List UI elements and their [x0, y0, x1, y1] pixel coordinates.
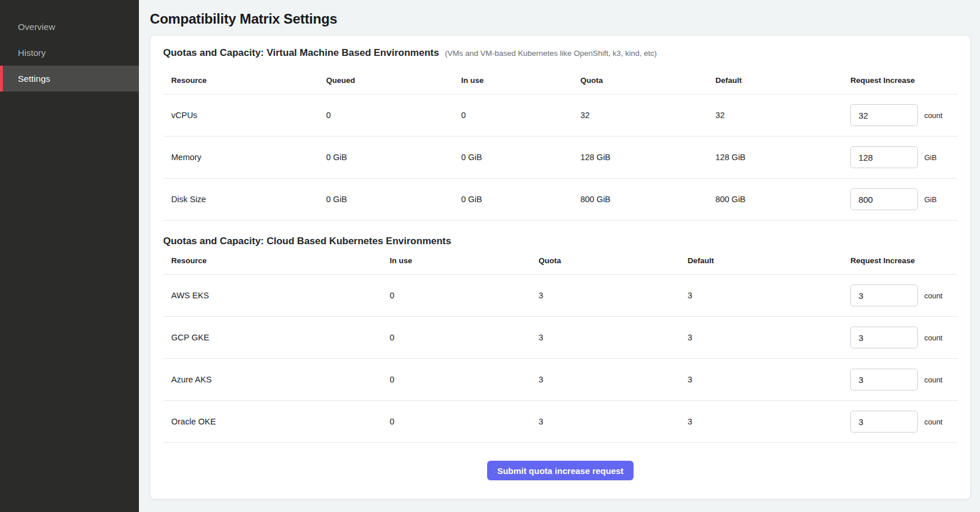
value-cell: 128 GiB — [707, 136, 842, 179]
request-increase-wrap: GiB — [850, 146, 949, 168]
request-increase-wrap: count — [850, 285, 949, 306]
table-header-row: ResourceIn useQuotaDefaultRequest Increa… — [163, 247, 958, 275]
request-increase-cell: GiB — [842, 179, 958, 221]
section-header: Quotas and Capacity: Cloud Based Kuberne… — [163, 236, 958, 247]
page-title: Compatibility Matrix Settings — [150, 11, 971, 27]
request-increase-input[interactable] — [850, 146, 918, 168]
request-increase-input[interactable] — [850, 369, 918, 390]
column-header-in-use: In use — [382, 247, 530, 275]
main-area: Compatibility Matrix Settings Quotas and… — [139, 0, 980, 512]
value-cell: 0 GiB — [318, 179, 453, 221]
table-row: Memory0 GiB0 GiB128 GiB128 GiBGiB — [163, 136, 958, 179]
submit-quota-increase-button[interactable]: Submit quota increase request — [487, 461, 633, 480]
resource-cell: Oracle OKE — [163, 401, 382, 443]
column-header-resource: Resource — [163, 247, 382, 275]
value-cell: 3 — [530, 359, 679, 401]
sidebar-item-label: Overview — [18, 22, 55, 32]
column-header-request-increase: Request Increase — [842, 247, 958, 275]
request-increase-cell: count — [842, 275, 958, 317]
table-row: vCPUs003232count — [163, 94, 958, 136]
table-row: Azure AKS033count — [163, 359, 958, 401]
table-row: Disk Size0 GiB0 GiB800 GiB800 GiBGiB — [163, 179, 958, 221]
sidebar-item-overview[interactable]: Overview — [0, 14, 139, 40]
unit-label: GiB — [924, 195, 937, 204]
value-cell: 0 GiB — [318, 136, 453, 179]
quotas-card: Quotas and Capacity: Virtual Machine Bas… — [150, 35, 971, 499]
resource-cell: Disk Size — [163, 179, 318, 221]
column-header-queued: Queued — [318, 59, 453, 94]
request-increase-cell: count — [842, 401, 958, 443]
column-header-quota: Quota — [572, 59, 707, 94]
request-increase-input[interactable] — [850, 327, 918, 348]
card-footer: Submit quota increase request — [163, 443, 958, 480]
table-row: GCP GKE033count — [163, 317, 958, 359]
section-title: Quotas and Capacity: Virtual Machine Bas… — [163, 47, 439, 59]
request-increase-cell: count — [842, 317, 958, 359]
quota-table: ResourceQueuedIn useQuotaDefaultRequest … — [163, 59, 958, 221]
value-cell: 0 — [382, 275, 530, 317]
column-header-quota: Quota — [530, 247, 679, 275]
value-cell: 800 GiB — [707, 179, 842, 221]
column-header-request-increase: Request Increase — [842, 59, 958, 94]
sidebar-item-label: History — [18, 48, 46, 58]
request-increase-cell: GiB — [842, 136, 958, 179]
column-header-resource: Resource — [163, 59, 318, 94]
unit-label: count — [924, 376, 943, 384]
value-cell: 3 — [680, 401, 842, 443]
column-header-in-use: In use — [453, 59, 572, 94]
value-cell: 3 — [680, 317, 842, 359]
request-increase-cell: count — [842, 94, 958, 136]
table-header-row: ResourceQueuedIn useQuotaDefaultRequest … — [163, 59, 958, 94]
column-header-default: Default — [707, 59, 842, 94]
request-increase-input[interactable] — [850, 104, 918, 126]
quota-table: ResourceIn useQuotaDefaultRequest Increa… — [163, 247, 958, 443]
sidebar-item-label: Settings — [18, 74, 50, 84]
sidebar-item-settings[interactable]: Settings — [0, 66, 139, 92]
unit-label: count — [924, 333, 943, 342]
resource-cell: Memory — [163, 136, 318, 179]
resource-cell: vCPUs — [163, 94, 318, 136]
section-title: Quotas and Capacity: Cloud Based Kuberne… — [163, 236, 451, 247]
resource-cell: GCP GKE — [163, 317, 382, 359]
value-cell: 3 — [680, 275, 842, 317]
value-cell: 3 — [530, 401, 679, 443]
sidebar: OverviewHistorySettings — [0, 0, 139, 512]
request-increase-cell: count — [842, 359, 958, 401]
value-cell: 0 — [382, 317, 530, 359]
unit-label: count — [924, 418, 943, 426]
table-row: Oracle OKE033count — [163, 401, 958, 443]
request-increase-input[interactable] — [850, 411, 918, 433]
section-subtitle: (VMs and VM-based Kubernetes like OpenSh… — [445, 49, 657, 58]
column-header-default: Default — [680, 247, 842, 275]
request-increase-wrap: count — [850, 369, 949, 390]
sidebar-item-history[interactable]: History — [0, 40, 139, 66]
value-cell: 32 — [572, 94, 707, 136]
quota-section-1: Quotas and Capacity: Virtual Machine Bas… — [163, 47, 958, 221]
request-increase-input[interactable] — [850, 285, 918, 306]
unit-label: GiB — [924, 153, 937, 162]
request-increase-input[interactable] — [850, 188, 918, 210]
quota-sections: Quotas and Capacity: Virtual Machine Bas… — [163, 47, 958, 443]
value-cell: 128 GiB — [572, 136, 707, 179]
request-increase-wrap: count — [850, 411, 949, 433]
value-cell: 0 — [382, 401, 530, 443]
resource-cell: Azure AKS — [163, 359, 382, 401]
section-header: Quotas and Capacity: Virtual Machine Bas… — [163, 47, 958, 59]
request-increase-wrap: count — [850, 104, 949, 126]
resource-cell: AWS EKS — [163, 275, 382, 317]
value-cell: 3 — [530, 275, 679, 317]
value-cell: 0 — [318, 94, 453, 136]
value-cell: 0 GiB — [453, 136, 572, 179]
value-cell: 800 GiB — [572, 179, 707, 221]
quota-section-2: Quotas and Capacity: Cloud Based Kuberne… — [163, 236, 958, 443]
value-cell: 0 — [382, 359, 530, 401]
unit-label: count — [924, 291, 943, 300]
value-cell: 32 — [707, 94, 842, 136]
request-increase-wrap: count — [850, 327, 949, 348]
unit-label: count — [924, 111, 943, 120]
value-cell: 0 — [453, 94, 572, 136]
value-cell: 3 — [680, 359, 842, 401]
request-increase-wrap: GiB — [850, 188, 949, 210]
table-row: AWS EKS033count — [163, 275, 958, 317]
value-cell: 0 GiB — [453, 179, 572, 221]
